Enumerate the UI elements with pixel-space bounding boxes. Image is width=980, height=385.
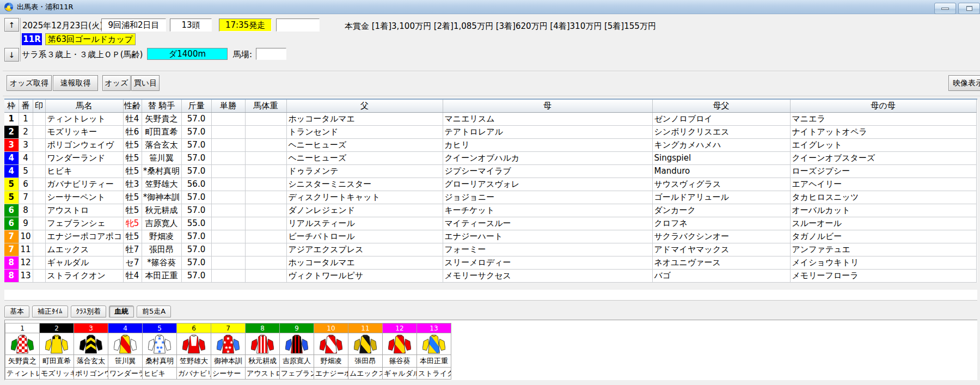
table-row[interactable]: 56ガバナビリティー牡3笠野雄大56.0シニスターミニスターグローリアスヴォレサ… [4, 178, 976, 191]
start-time-box: 17:35発走 [219, 19, 272, 32]
mark [33, 138, 45, 151]
track-condition-label: 馬場: [233, 50, 252, 60]
dam-sire: ゼンノロブロイ [652, 112, 790, 125]
column-header: 枠 [4, 100, 19, 112]
weight: 57.0 [181, 138, 211, 151]
win-odds [211, 138, 245, 151]
silk-cell [348, 333, 383, 355]
waku: 8 [4, 256, 19, 269]
silk-number-cell: 4 [108, 323, 143, 333]
body-weight [245, 204, 286, 217]
body-weight [245, 256, 286, 269]
body-weight [245, 243, 286, 256]
table-row[interactable]: 57シーサーペント牡5*御神本訓57.0ディスクリートキャットジョジョニーゴール… [4, 191, 976, 204]
dam-dam: エアヘイリー [790, 178, 976, 191]
silk-number-cell: 10 [314, 323, 348, 333]
silk-jockey-cell: 野畑凌 [314, 355, 348, 368]
body-weight [245, 269, 286, 282]
body-weight [245, 151, 286, 164]
table-row[interactable]: 68アウストロ牡5秋元耕成57.0ダノンレジェンドキーチケットダンカークオーバル… [4, 204, 976, 217]
dam-dam: タガノルビー [790, 230, 976, 243]
silk-jockey-cell: 本田正重 [417, 355, 451, 368]
tab-基本[interactable]: 基本 [4, 305, 29, 317]
weight: 55.0 [181, 217, 211, 230]
race-down-button[interactable]: ↓ [4, 48, 19, 62]
waku: 6 [4, 217, 19, 230]
prize-money: 本賞金 [1着]3,100万円 [2着]1,085万円 [3着]620万円 [4… [345, 21, 656, 32]
horse-number: 13 [19, 269, 33, 282]
silk-jockey-cell: 吉原寛人 [280, 355, 314, 368]
table-row[interactable]: 45ヒビキ牡5*桑村真明57.0ドゥラメンテジプシーマイラブManduroローズ… [4, 164, 976, 178]
weight: 56.0 [181, 178, 211, 191]
table-row[interactable]: 711ムエックス牡7張田昂57.0アジアエクスプレスフォーミーアドマイヤマックス… [4, 243, 976, 256]
app-window: 出馬表・浦和11R ↑ ↓ 2025年12月23日(火) 9回浦和2日目 13頭… [0, 0, 980, 385]
win-odds [211, 256, 245, 269]
race-number-badge: 11R [22, 33, 42, 45]
jockey: 張田昂 [142, 243, 181, 256]
silk-cell [5, 333, 40, 355]
silk-cell [280, 333, 314, 355]
dam-sire: サクラバクシンオー [652, 230, 790, 243]
horse-number: 5 [19, 164, 33, 178]
weight: 57.0 [181, 256, 211, 269]
table-row[interactable]: 44ワンダーランド牡5笹川翼57.0ヘニーヒューズクイーンオブハルカSingsp… [4, 151, 976, 164]
table-row[interactable]: 710エナジーポコアポコ牡5野畑凌57.0ビーチパトロールエナジーハートサクラバ… [4, 230, 976, 243]
silk-jockey-cell: 町田直希 [40, 355, 74, 368]
track-condition-input[interactable] [256, 48, 286, 60]
minimize-button[interactable] [934, 3, 956, 14]
table-row[interactable]: 812ギャルダルセ7*篠谷葵57.0ホッコータルマエスリーメロディーネオユニヴァ… [4, 256, 976, 269]
weight: 57.0 [181, 125, 211, 138]
dam-sire: ダンカーク [652, 204, 790, 217]
tab-前5走A[interactable]: 前5走A [137, 305, 171, 317]
row-jockey: 矢野貴之町田直希落合玄太笹川翼桑村真明笠野雄大御神本訓秋元耕成吉原寛人野畑凌張田… [5, 355, 451, 368]
toolbar-separator [3, 96, 980, 97]
dam-dam: オーバルカット [790, 204, 976, 217]
column-header: 斤量 [181, 100, 211, 112]
table-row[interactable]: 33ポリゴンウェイヴ牡5落合玄太57.0ヘニーヒューズカヒリキングカメハメハエイ… [4, 138, 976, 151]
horse-name: エナジーポコアポコ [45, 230, 123, 243]
table-row[interactable]: 11ティントレット牡4矢野貴之57.0ホッコータルマエマニエリスムゼンノロブロイ… [4, 112, 976, 125]
bets-button[interactable]: 買い目 [131, 75, 160, 91]
silk-horse-cell: ストライク [417, 368, 451, 380]
odds-button[interactable]: オッズ [102, 75, 131, 91]
table-row[interactable]: 813ストライクオン牡4本田正重57.0ヴィクトワールピサメモリーサクセスバゴメ… [4, 269, 976, 282]
race-up-button[interactable]: ↑ [4, 18, 19, 32]
sire: トランセンド [286, 125, 443, 138]
silk-horse-cell: ヒビキ [143, 368, 177, 380]
dam-sire: アドマイヤマックス [652, 243, 790, 256]
weight: 57.0 [181, 164, 211, 178]
maximize-button[interactable] [958, 3, 980, 14]
horse-name: ムエックス [45, 243, 123, 256]
silk-number-cell: 8 [246, 323, 280, 333]
odds-fetch-button[interactable]: オッズ取得 [7, 75, 52, 91]
mark [33, 178, 45, 191]
waku: 7 [4, 243, 19, 256]
sex-age: 牡5 [123, 230, 142, 243]
down-arrow-icon: ↓ [9, 51, 15, 59]
horse-name: ティントレット [45, 112, 123, 125]
tab-補正ﾀｲﾑ[interactable]: 補正ﾀｲﾑ [32, 305, 68, 317]
dam-sire: Manduro [652, 164, 790, 178]
entry-table-wrap: 枠番印馬名性齢替 騎手斤量単勝馬体重父母母父母の母11ティントレット牡4矢野貴之… [4, 99, 977, 283]
table-row[interactable]: 22モズリッキー牡6町田直希57.0トランセンドテアトロレアルシンボリクリスエス… [4, 125, 976, 138]
tab-血統[interactable]: 血統 [109, 305, 134, 317]
jockey: *御神本訓 [142, 191, 181, 204]
head-count-box: 13頭 [170, 19, 212, 32]
sire: ホッコータルマエ [286, 256, 443, 269]
win-odds [211, 125, 245, 138]
flash-fetch-button[interactable]: 速報取得 [53, 75, 98, 91]
dam: ジョジョニー [443, 191, 652, 204]
mark [33, 243, 45, 256]
table-row[interactable]: 69フェブランシェ牝5吉原寛人55.0リアルスティールマイティースルークロフネス… [4, 217, 976, 230]
jockey: 秋元耕成 [142, 204, 181, 217]
table-header-row: 枠番印馬名性齢替 騎手斤量単勝馬体重父母母父母の母 [4, 100, 976, 112]
video-button[interactable]: 映像表示 [948, 75, 980, 91]
body-weight [245, 230, 286, 243]
silk-cell [246, 333, 280, 355]
silk-number-cell: 1 [5, 323, 40, 333]
horse-name: フェブランシェ [45, 217, 123, 230]
win-odds [211, 243, 245, 256]
column-header: 替 騎手 [142, 100, 181, 112]
silk-number-cell: 11 [348, 323, 383, 333]
tab-ｸﾗｽ別着[interactable]: ｸﾗｽ別着 [71, 305, 107, 317]
